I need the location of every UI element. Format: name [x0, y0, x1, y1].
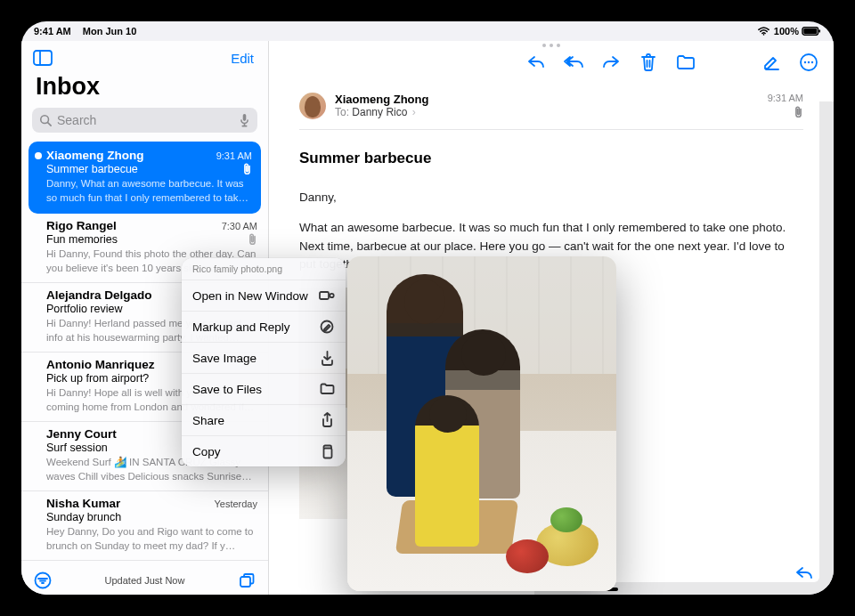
sidebar-footer: Updated Just Now [21, 566, 268, 595]
attachment-icon [794, 106, 803, 118]
message-sender: Nisha Kumar [46, 497, 120, 510]
ipad-frame: 9:41 AM Mon Jun 10 100% Edit Inbox [0, 0, 855, 616]
message-subject: Summer barbecue [299, 150, 803, 167]
message-row[interactable]: Nisha Kumar Yesterday Sunday brunch Hey … [21, 491, 268, 561]
share-icon [319, 412, 335, 428]
svg-line-7 [48, 123, 52, 126]
message-sender: Antonio Manriquez [46, 358, 155, 371]
folder-icon [319, 381, 335, 397]
menu-open-new-window[interactable]: Open in New Window [182, 280, 346, 312]
message-row[interactable]: Xiaomeng Zhong 9:31 AM Summer barbecue D… [28, 142, 261, 214]
reply-all-button[interactable] [563, 53, 584, 72]
filter-button[interactable] [32, 570, 53, 591]
search-field[interactable]: Search [32, 108, 257, 133]
from-name[interactable]: Xiaomeng Zhong [335, 93, 759, 106]
svg-point-0 [763, 34, 765, 36]
more-button[interactable] [798, 53, 819, 72]
svg-rect-10 [240, 577, 250, 587]
status-bar: 9:41 AM Mon Jun 10 100% [21, 21, 834, 41]
quick-reply-button[interactable] [794, 564, 814, 582]
message-preview: Hey Danny, Do you and Rigo want to come … [46, 525, 257, 553]
svg-point-14 [811, 61, 813, 63]
status-time: 9:41 AM [34, 26, 71, 36]
message-subject: Fun memories [46, 233, 118, 246]
chevron-right-icon: › [412, 106, 416, 118]
menu-item-label: Save Image [192, 352, 256, 365]
unread-indicator [35, 152, 42, 159]
screen: 9:41 AM Mon Jun 10 100% Edit Inbox [21, 21, 834, 595]
to-label: To: [335, 106, 349, 118]
message-subject: Summer barbecue [46, 163, 138, 175]
sender-avatar[interactable] [299, 93, 326, 119]
status-date: Mon Jun 10 [83, 26, 137, 36]
svg-rect-15 [320, 292, 329, 299]
multi-window-button[interactable] [236, 570, 257, 591]
toggle-sidebar-button[interactable] [30, 45, 55, 70]
to-name: Danny Rico [352, 106, 407, 118]
menu-item-label: Share [192, 414, 224, 427]
menu-item-label: Copy [192, 445, 221, 458]
body-salutation: Danny, [299, 189, 803, 207]
attachment-popover-image[interactable] [347, 256, 616, 591]
menu-item-label: Open in New Window [192, 289, 308, 303]
message-sender: Alejandra Delgado [46, 288, 152, 302]
message-time: 9:31 AM [768, 93, 803, 103]
message-sender: Jenny Court [46, 427, 117, 441]
message-subject: Sunday brunch [46, 511, 257, 523]
edit-button[interactable]: Edit [225, 51, 259, 66]
new-window-icon [319, 288, 335, 304]
menu-copy[interactable]: Copy [182, 436, 346, 466]
compose-button[interactable] [761, 53, 782, 72]
svg-rect-3 [818, 29, 820, 32]
menu-item-label: Save to Files [192, 383, 262, 396]
context-menu-title: Rico family photo.png [182, 258, 346, 280]
dictate-icon[interactable] [239, 113, 250, 127]
menu-save-to-files[interactable]: Save to Files [182, 374, 346, 405]
download-icon [319, 350, 335, 366]
attachment-icon [242, 163, 252, 175]
context-menu: Rico family photo.png Open in New Window… [182, 258, 346, 466]
svg-point-13 [808, 61, 810, 63]
svg-rect-18 [324, 448, 332, 458]
forward-button[interactable] [600, 53, 622, 72]
message-preview: Danny, What an awesome barbecue. It was … [46, 177, 252, 205]
move-button[interactable] [675, 53, 696, 72]
photo-content [347, 256, 616, 591]
message-sender: Xiaomeng Zhong [46, 149, 144, 162]
sync-status: Updated Just Now [105, 575, 185, 586]
svg-rect-4 [34, 51, 52, 65]
detail-toolbar [269, 41, 834, 84]
status-battery-pct: 100% [774, 26, 799, 36]
mailbox-title: Inbox [21, 69, 268, 104]
copy-icon [319, 443, 335, 459]
menu-save-image[interactable]: Save Image [182, 343, 346, 374]
message-time: 7:30 AM [222, 221, 257, 231]
multitask-grabber[interactable] [542, 44, 560, 47]
attachment-icon [248, 233, 257, 246]
menu-markup-reply[interactable]: Markup and Reply [182, 312, 346, 343]
search-placeholder: Search [57, 113, 239, 127]
svg-rect-2 [803, 28, 817, 34]
markup-icon [319, 319, 335, 335]
battery-icon [802, 27, 821, 36]
menu-share[interactable]: Share [182, 405, 346, 436]
message-time: 9:31 AM [216, 150, 252, 161]
svg-point-12 [804, 61, 806, 63]
message-sender: Rigo Rangel [46, 219, 117, 232]
menu-item-label: Markup and Reply [192, 320, 290, 334]
to-line[interactable]: To: Danny Rico › [335, 106, 759, 118]
search-icon [39, 114, 52, 126]
message-time: Yesterday [214, 498, 257, 509]
reply-button[interactable] [525, 53, 547, 72]
svg-rect-8 [243, 114, 247, 121]
trash-button[interactable] [638, 53, 659, 72]
message-header: Xiaomeng Zhong To: Danny Rico › 9:31 AM [299, 93, 803, 130]
svg-point-16 [330, 294, 333, 297]
wifi-icon [758, 27, 770, 36]
